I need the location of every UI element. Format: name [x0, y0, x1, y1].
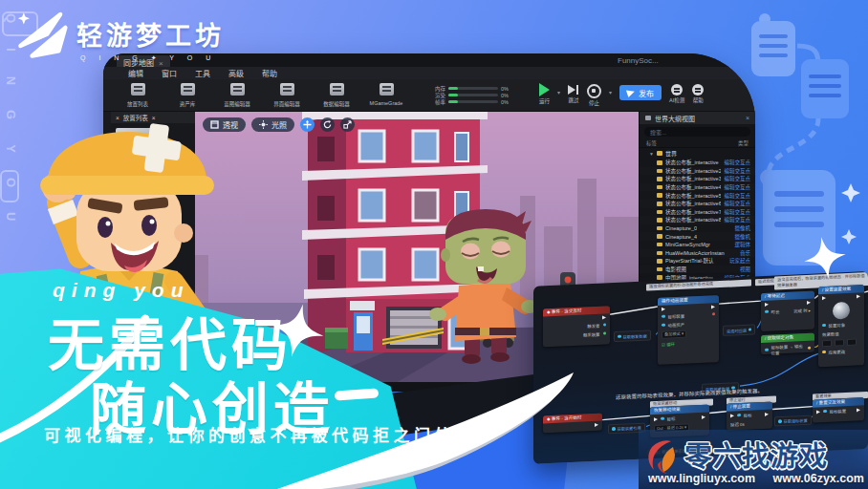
value-input[interactable]	[835, 339, 844, 346]
toolbar-label: 界面编辑器	[262, 100, 312, 108]
callback-chip[interactable]: 完成时回调	[723, 324, 755, 336]
exec-pin[interactable]	[857, 408, 860, 412]
data-pin[interactable]	[808, 346, 812, 350]
value-input[interactable]	[822, 339, 832, 346]
data-pin[interactable]	[662, 323, 665, 327]
run-button[interactable]: 运行	[539, 83, 550, 105]
exec-pin[interactable]	[765, 412, 769, 415]
menu-item[interactable]: 高级	[228, 68, 244, 78]
delay-node[interactable]: / 等待延迟 时长完成 时 ▸	[761, 291, 814, 332]
skip-button[interactable]: 跳过	[568, 83, 579, 104]
outliner-item-type: 编辑交互点	[724, 208, 750, 216]
outliner-row[interactable]: 状态公布板_interactive3 编辑交互点	[640, 175, 755, 183]
outliner-row[interactable]: 状态公布板_interactive8 编辑交互点	[640, 216, 755, 224]
perf-bar	[448, 100, 498, 103]
exec-pin[interactable]	[807, 300, 811, 304]
exec-pin[interactable]	[602, 315, 606, 319]
outliner-title: 世界大纲视图	[655, 114, 695, 123]
data-pin[interactable]	[661, 416, 664, 420]
scale-tool-button[interactable]	[340, 117, 355, 132]
outliner-row[interactable]: 状态公布板_interactive2 编辑交互点	[640, 167, 755, 176]
outliner-root-row[interactable]: ▼ 世界	[640, 148, 755, 159]
menu-bar: 编辑窗口工具高级帮助	[103, 67, 755, 79]
exec-pin[interactable]	[730, 414, 734, 417]
outliner-row[interactable]: 状态公布板_interactive6 编辑交互点	[640, 200, 755, 208]
outliner-item-type: 摄像机	[734, 233, 750, 241]
get-binding-node[interactable]: / 获取绑定对象 目标装置 → 输出位置	[761, 333, 814, 355]
exec-pin[interactable]	[857, 294, 860, 298]
close-icon[interactable]: ×	[746, 115, 749, 121]
dropdown[interactable]: 叠加模式 ▾	[662, 330, 686, 338]
outliner-search-input[interactable]: 搜索...	[644, 127, 750, 137]
data-pin[interactable]	[822, 324, 826, 328]
outliner-item-name: 状态公布板_interactive6	[665, 200, 721, 207]
play-icon	[539, 83, 550, 96]
animate-node[interactable]: 操作动画装置 目标装置 动画资产 叠加模式 ▾ ☑ 循环	[658, 295, 719, 365]
exec-pin[interactable]	[711, 305, 715, 308]
outliner-row[interactable]: 电影视图 视图	[640, 266, 755, 274]
reset-node[interactable]: / 重置交互效果 目标装置	[813, 397, 864, 422]
outliner-row[interactable]: MiniGameSyncMgr 逻辑体	[640, 241, 755, 249]
toolbar-button[interactable]: 数据编辑器	[312, 82, 361, 108]
outliner-item-type: 编辑交互点	[724, 216, 750, 223]
data-pin[interactable]	[823, 410, 827, 414]
hero-script-text: qing you	[53, 279, 190, 302]
chevron-down-icon[interactable]: ▾	[609, 89, 612, 96]
data-pin[interactable]	[765, 309, 769, 313]
stop-node[interactable]: / 停止装置 目标 延迟 0s	[727, 402, 772, 431]
outliner-item-name: 状态公布板_interactive2	[665, 167, 721, 175]
stop-button[interactable]: 停止	[587, 83, 601, 107]
outliner-row[interactable]: 状态公布板_interactive 编辑交互点	[640, 159, 755, 167]
help-button[interactable]: 帮助	[692, 83, 704, 104]
exec-pin[interactable]	[822, 295, 826, 299]
outliner-row[interactable]: 状态公布板_interactive4 编辑交互点	[640, 183, 755, 192]
data-pin[interactable]	[765, 348, 769, 351]
perf-bar	[448, 94, 498, 96]
event-node[interactable]: ◆ 事件 · 当开始时	[543, 414, 602, 434]
data-pin[interactable]	[603, 331, 607, 335]
outliner-row[interactable]: 状态公布板_interactive7 编辑交互点	[640, 208, 755, 217]
outliner-row[interactable]: PlayerStartTrial-默认 玩家起点	[640, 257, 755, 266]
material-preview-sphere	[833, 301, 850, 319]
lighting-button[interactable]: 光照	[251, 117, 294, 132]
getter-chip[interactable]: 获取触发数据	[614, 330, 651, 342]
exec-pin[interactable]	[654, 416, 658, 420]
data-pin[interactable]	[737, 414, 741, 417]
outliner-header[interactable]: 世界大纲视图 ×	[640, 112, 755, 124]
outliner-item-type: 摄像机	[734, 224, 750, 232]
outliner-item-type: 编辑交互点	[724, 159, 750, 166]
outliner-item-name: 状态公布板_interactive7	[665, 208, 721, 216]
set-effect-node[interactable]: / 设置装置效果 装置对象 效果数值 应用更改	[818, 285, 864, 367]
exec-pin[interactable]	[662, 307, 665, 310]
help-icon	[692, 84, 704, 96]
lighting-icon	[259, 120, 268, 129]
toolbar-button[interactable]: MGameGrade	[361, 82, 411, 108]
rotate-tool-button[interactable]	[320, 117, 335, 132]
getter-chip[interactable]: 获取目标装置	[774, 415, 812, 427]
menu-item[interactable]: 工具	[195, 68, 210, 78]
menu-item[interactable]: 窗口	[162, 68, 177, 78]
data-pin[interactable]	[712, 312, 716, 316]
data-pin[interactable]	[822, 351, 826, 354]
outliner-row[interactable]: HuaWeiMusicActorInstance 音乐	[640, 249, 755, 258]
exec-pin[interactable]	[816, 410, 820, 414]
event-node[interactable]: ◆ 事件 · 当交互时 触发者 触发装置	[543, 306, 610, 347]
data-pin[interactable]	[603, 323, 607, 327]
outliner-row[interactable]: Cineapture_0 摄像机	[640, 224, 755, 233]
toolbar-button[interactable]: 界面编辑器	[262, 82, 312, 108]
menu-item[interactable]: 编辑	[128, 68, 143, 78]
exec-pin[interactable]	[765, 302, 769, 306]
data-pin[interactable]	[662, 314, 665, 318]
exec-pin[interactable]	[702, 415, 705, 418]
outliner-row[interactable]: 状态公布板_interactive5 编辑交互点	[640, 191, 755, 200]
folder-icon	[657, 226, 662, 231]
outliner-row[interactable]: Cineapture_4 摄像机	[640, 232, 755, 241]
chevron-down-icon[interactable]: ▾	[557, 89, 560, 96]
value-input[interactable]	[847, 338, 857, 345]
flow-connector-dashed	[769, 118, 818, 172]
exec-pin[interactable]	[595, 422, 598, 426]
menu-item[interactable]: 帮助	[262, 68, 277, 78]
publish-button[interactable]: 发布	[619, 85, 662, 100]
ai-check-button[interactable]: AI检测	[669, 83, 684, 104]
move-tool-button[interactable]	[300, 117, 315, 132]
